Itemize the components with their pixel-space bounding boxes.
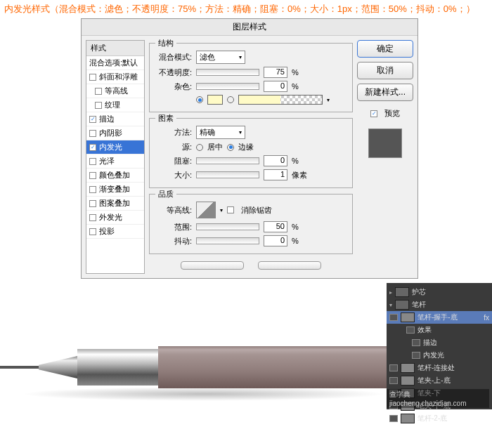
checkbox-preview[interactable]	[370, 110, 377, 117]
sidebar-item-bevel[interactable]: 斜面和浮雕	[86, 70, 144, 84]
dialog-buttons-column: 确定 取消 新建样式... 预览	[357, 40, 413, 274]
ok-button[interactable]: 确定	[357, 40, 413, 58]
chevron-down-icon[interactable]: ▾	[220, 207, 223, 213]
checkbox-gradient-overlay[interactable]	[89, 186, 96, 193]
label-choke: 阻塞:	[155, 156, 192, 166]
sidebar-item-blend-options[interactable]: 混合选项:默认	[86, 56, 144, 70]
checkbox-bevel[interactable]	[89, 74, 96, 81]
slider-opacity[interactable]	[196, 69, 259, 76]
label-preview: 预览	[384, 108, 400, 119]
sidebar-item-stroke[interactable]: 描边	[86, 112, 144, 126]
fx-badge[interactable]: fx	[484, 314, 489, 322]
eye-icon[interactable]	[389, 364, 398, 371]
checkbox-texture[interactable]	[95, 102, 102, 109]
eye-icon[interactable]	[389, 314, 398, 321]
cancel-button[interactable]: 取消	[357, 62, 413, 79]
eye-icon[interactable]	[389, 377, 398, 384]
input-jitter[interactable]: 0	[264, 235, 287, 246]
checkbox-satin[interactable]	[89, 158, 96, 165]
input-range[interactable]: 50	[264, 221, 287, 232]
group-quality: 品质 等高线: ▾ 消除锯齿 范围: 50 % 抖动: 0	[149, 194, 353, 254]
percent-label: %	[292, 237, 299, 245]
color-swatch[interactable]	[207, 95, 223, 105]
layer-row[interactable]: 笔杆-连接处	[387, 362, 492, 374]
label-antialias: 消除锯齿	[241, 205, 272, 216]
sidebar-item-pattern-overlay[interactable]: 图案叠加	[86, 197, 144, 211]
checkbox-pattern-overlay[interactable]	[89, 200, 96, 207]
reset-default-button[interactable]	[258, 261, 321, 270]
sidebar-item-gradient-overlay[interactable]: 渐变叠加	[86, 183, 144, 197]
layer-row[interactable]: 笔杆-2-底	[387, 412, 492, 425]
label-center: 居中	[207, 142, 223, 152]
radio-center[interactable]	[196, 144, 203, 151]
checkbox-outer-glow[interactable]	[89, 214, 96, 221]
sidebar-item-drop-shadow[interactable]: 投影	[86, 225, 144, 239]
chevron-down-icon: ▾	[239, 129, 242, 136]
eye-icon[interactable]	[412, 352, 420, 359]
checkbox-inner-shadow[interactable]	[89, 130, 96, 137]
label-edge: 边缘	[238, 142, 254, 152]
sidebar-item-texture[interactable]: 纹理	[86, 98, 144, 112]
layer-thumb	[401, 414, 415, 423]
radio-edge[interactable]	[227, 144, 234, 151]
input-choke[interactable]: 0	[264, 155, 287, 166]
triangle-right-icon[interactable]: ▸	[389, 289, 392, 296]
effects-sidebar: 样式 混合选项:默认 斜面和浮雕 等高线 纹理 描边 内阴影 内发光 光泽 颜色…	[86, 40, 145, 274]
canvas-preview	[0, 283, 394, 409]
dropdown-blend-mode[interactable]: 滤色▾	[196, 51, 245, 64]
layer-thumb	[401, 376, 415, 386]
percent-label: %	[292, 68, 299, 77]
label-blend-mode: 混合模式:	[155, 52, 192, 62]
sidebar-item-contour[interactable]: 等高线	[86, 84, 144, 98]
checkbox-contour[interactable]	[95, 88, 102, 95]
label-opacity: 不透明度:	[155, 67, 192, 78]
gradient-swatch[interactable]	[238, 95, 323, 105]
checkbox-inner-glow[interactable]	[89, 144, 96, 151]
sidebar-item-outer-glow[interactable]: 外发光	[86, 211, 144, 225]
input-opacity[interactable]: 75	[264, 67, 287, 78]
sidebar-item-inner-glow[interactable]: 内发光	[86, 140, 144, 154]
layer-row[interactable]: 笔夹-上-底	[387, 374, 492, 387]
make-default-button[interactable]	[181, 261, 244, 270]
layer-row[interactable]: ▸护芯	[387, 286, 492, 298]
layer-thumb	[401, 312, 415, 322]
slider-jitter[interactable]	[196, 237, 259, 244]
group-title-elements: 图素	[155, 113, 176, 124]
checkbox-antialias[interactable]	[227, 206, 234, 213]
contour-picker[interactable]	[196, 202, 216, 218]
pen-body	[158, 346, 394, 388]
radio-color[interactable]	[196, 96, 203, 103]
triangle-down-icon[interactable]: ▾	[389, 302, 392, 308]
dialog-title: 图层样式	[82, 19, 417, 36]
sidebar-item-inner-shadow[interactable]: 内阴影	[86, 126, 144, 140]
layer-row-selected[interactable]: 笔杆-握手-底fx	[387, 311, 492, 324]
checkbox-color-overlay[interactable]	[89, 172, 96, 179]
chevron-down-icon[interactable]: ▾	[327, 97, 330, 103]
slider-noise[interactable]	[196, 83, 259, 90]
percent-label: %	[292, 157, 299, 165]
checkbox-drop-shadow[interactable]	[89, 228, 96, 235]
slider-size[interactable]	[196, 171, 259, 178]
slider-range[interactable]	[196, 223, 259, 230]
sidebar-header-styles[interactable]: 样式	[86, 41, 144, 56]
layer-row[interactable]: ▾笔杆	[387, 298, 492, 311]
chevron-down-icon: ▾	[239, 54, 242, 60]
eye-icon[interactable]	[412, 339, 420, 346]
input-noise[interactable]: 0	[264, 81, 287, 92]
eye-icon[interactable]	[406, 327, 415, 334]
slider-choke[interactable]	[196, 157, 259, 164]
new-style-button[interactable]: 新建样式...	[357, 84, 413, 101]
layer-row-effect-stroke[interactable]: 描边	[387, 336, 492, 349]
checkbox-stroke[interactable]	[89, 116, 96, 123]
layer-row-effects[interactable]: 效果	[387, 324, 492, 336]
sidebar-item-satin[interactable]: 光泽	[86, 154, 144, 169]
group-structure: 结构 混合模式: 滤色▾ 不透明度: 75 % 杂色: 0 %	[149, 43, 353, 112]
eye-icon[interactable]	[389, 415, 398, 422]
sidebar-item-color-overlay[interactable]: 颜色叠加	[86, 169, 144, 183]
input-size[interactable]: 1	[264, 169, 287, 180]
radio-gradient[interactable]	[227, 96, 234, 103]
label-jitter: 抖动:	[155, 236, 192, 246]
pen-tip	[39, 356, 77, 378]
dropdown-method[interactable]: 精确▾	[196, 126, 245, 139]
layer-row-effect-inner-glow[interactable]: 内发光	[387, 349, 492, 362]
